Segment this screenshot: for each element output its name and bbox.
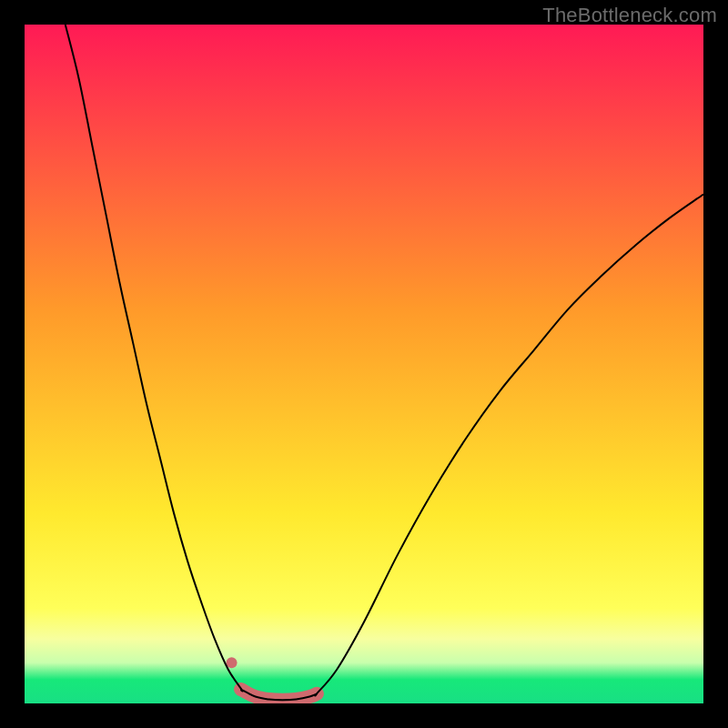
gradient-background bbox=[25, 25, 703, 703]
chart-svg bbox=[25, 25, 703, 703]
outer-frame: TheBottleneck.com bbox=[0, 0, 728, 728]
chart-area bbox=[25, 25, 703, 703]
watermark-text: TheBottleneck.com bbox=[542, 4, 717, 27]
minimum-highlight-dot bbox=[227, 657, 238, 668]
